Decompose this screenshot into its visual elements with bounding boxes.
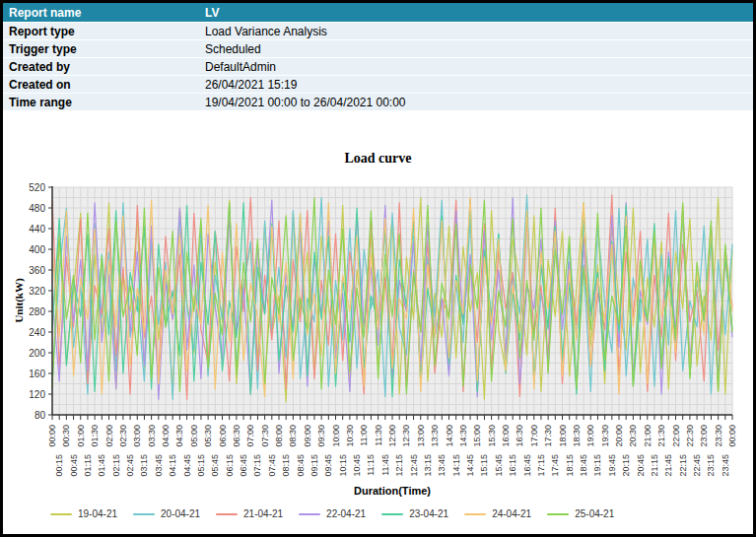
y-tick-label: 480 <box>29 203 45 214</box>
x-tick-label: 17:30 <box>543 425 553 447</box>
x-tick-label: 01:45 <box>97 454 106 477</box>
x-tick-label: 06:00 <box>218 425 228 447</box>
x-tick-label: 07:15 <box>252 454 262 477</box>
legend-item: 25-04-21 <box>547 508 614 519</box>
x-tick-label: 03:15 <box>139 454 149 477</box>
legend-line-swatch <box>133 513 155 515</box>
time-range-value: 19/04/2021 00:00 to 26/04/2021 00:00 <box>205 96 753 109</box>
y-tick-label: 520 <box>29 182 45 193</box>
chart-title: Load curve <box>3 151 753 167</box>
x-tick-label: 14:30 <box>458 425 468 447</box>
x-tick-label: 23:00 <box>699 425 709 447</box>
x-tick-label: 13:30 <box>430 425 440 447</box>
x-tick-label: 20:15 <box>621 454 631 477</box>
x-tick-label: 01:00 <box>76 425 86 447</box>
y-tick-label: 200 <box>29 348 45 359</box>
legend-label: 22-04-21 <box>326 508 366 519</box>
x-tick-label: 05:30 <box>203 425 213 447</box>
x-tick-label: 04:00 <box>161 425 171 447</box>
load-curve-chart: 8012016020024028032036040044048052000:00… <box>3 175 756 481</box>
x-tick-label: 11:00 <box>359 425 369 446</box>
x-tick-label: 21:15 <box>650 454 659 477</box>
x-tick-label: 05:15 <box>196 454 206 477</box>
report-info-table: Report name LV Report type Load Variance… <box>3 3 753 111</box>
x-tick-label: 00:15 <box>54 454 64 477</box>
x-tick-label: 14:15 <box>451 454 461 477</box>
legend-label: 23-04-21 <box>409 508 448 519</box>
x-tick-label: 15:15 <box>479 454 489 477</box>
x-tick-label: 21:45 <box>663 454 673 477</box>
x-tick-label: 19:00 <box>585 425 595 447</box>
x-tick-label: 10:00 <box>331 425 341 447</box>
x-tick-label: 21:00 <box>643 425 653 447</box>
x-tick-label: 17:45 <box>550 454 560 477</box>
x-tick-label: 22:00 <box>671 425 681 447</box>
x-tick-label: 09:30 <box>316 425 326 447</box>
info-row-created-on: Created on 26/04/2021 15:19 <box>3 76 753 94</box>
x-tick-label: 22:15 <box>678 454 688 477</box>
x-tick-label: 12:45 <box>409 454 419 477</box>
legend-line-swatch <box>216 513 238 515</box>
x-tick-label: 10:15 <box>338 454 348 477</box>
x-tick-label: 16:30 <box>515 425 524 447</box>
x-axis-title: Duration(Time) <box>52 485 732 497</box>
created-on-label: Created on <box>3 78 205 92</box>
x-tick-label: 22:45 <box>692 454 702 477</box>
x-tick-label: 10:45 <box>352 454 362 477</box>
x-tick-label: 07:45 <box>267 454 277 477</box>
x-tick-label: 12:00 <box>387 425 397 447</box>
x-tick-label: 11:30 <box>374 425 383 446</box>
x-tick-label: 03:30 <box>147 425 157 447</box>
info-row-time-range: Time range 19/04/2021 00:00 to 26/04/202… <box>3 94 753 111</box>
x-tick-label: 15:30 <box>487 425 497 447</box>
x-tick-label: 23:30 <box>714 425 723 447</box>
legend-item: 24-04-21 <box>464 508 531 519</box>
x-tick-label: 20:30 <box>628 425 638 447</box>
x-tick-label: 09:00 <box>303 425 312 447</box>
x-tick-label: 12:15 <box>394 454 404 477</box>
x-tick-label: 13:45 <box>437 454 447 477</box>
y-tick-label: 80 <box>34 410 46 421</box>
y-tick-label: 360 <box>29 265 45 276</box>
legend-item: 20-04-21 <box>133 508 200 519</box>
trigger-type-value: Scheduled <box>205 42 753 56</box>
x-tick-label: 07:00 <box>245 425 255 447</box>
x-tick-label: 18:00 <box>558 425 568 447</box>
created-by-value: DefaultAdmin <box>205 60 753 74</box>
x-tick-label: 16:15 <box>508 454 517 477</box>
x-tick-label: 02:00 <box>104 425 114 447</box>
x-tick-label: 04:30 <box>174 425 184 447</box>
x-tick-label: 12:30 <box>401 425 411 447</box>
x-tick-label: 02:30 <box>118 425 128 447</box>
legend-line-swatch <box>547 513 569 515</box>
x-tick-label: 02:15 <box>111 454 121 477</box>
x-tick-label: 16:45 <box>522 454 532 477</box>
x-tick-label: 05:45 <box>210 454 220 477</box>
y-tick-label: 160 <box>29 369 45 379</box>
x-tick-label: 06:30 <box>232 425 241 447</box>
x-tick-label: 10:30 <box>345 425 355 447</box>
time-range-label: Time range <box>3 96 205 109</box>
x-tick-label: 08:30 <box>288 425 298 447</box>
x-tick-label: 13:15 <box>423 454 433 477</box>
x-tick-label: 02:45 <box>125 454 135 477</box>
report-name-label: Report name <box>3 6 205 20</box>
x-tick-label: 01:15 <box>83 454 93 477</box>
x-tick-label: 23:15 <box>706 454 716 477</box>
legend-label: 19-04-21 <box>78 508 117 519</box>
y-tick-label: 120 <box>29 389 45 400</box>
created-by-label: Created by <box>3 60 205 74</box>
report-type-value: Load Variance Analysis <box>205 25 753 38</box>
legend-item: 22-04-21 <box>299 508 366 519</box>
x-tick-label: 00:00 <box>727 425 737 447</box>
x-tick-label: 07:30 <box>260 425 270 447</box>
x-tick-label: 16:00 <box>501 425 511 447</box>
legend-line-swatch <box>50 513 72 515</box>
x-tick-label: 20:00 <box>614 425 624 447</box>
x-tick-label: 04:45 <box>182 454 192 477</box>
x-tick-label: 15:45 <box>494 454 504 477</box>
x-tick-label: 14:00 <box>445 425 454 447</box>
x-tick-label: 13:00 <box>416 425 426 447</box>
x-tick-label: 06:45 <box>239 454 248 477</box>
info-row-report-name: Report name LV <box>3 3 753 23</box>
